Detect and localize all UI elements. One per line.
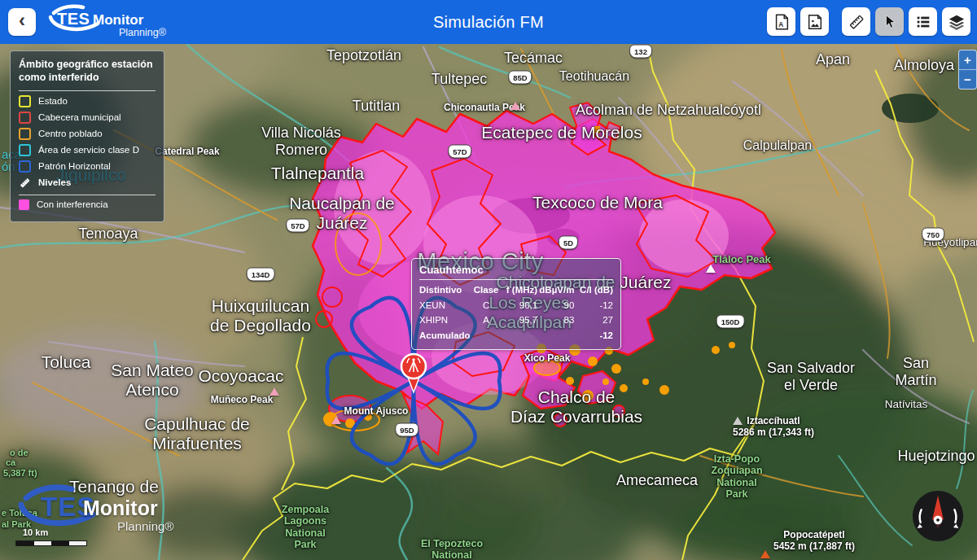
station-cell: 95,7 [501,313,537,328]
station-cell: XHIPN [419,313,471,328]
zoom-in-button[interactable]: + [959,50,976,70]
legend-swatch [19,128,31,140]
compass-icon [909,488,966,545]
legend-list-button[interactable] [909,7,937,36]
back-button[interactable]: ‹ [8,8,36,36]
legend-item: Centro poblado [19,128,156,140]
legend-item-label: Centro poblado [38,129,103,138]
legend-panel: Ámbito geográfico estación como interfer… [10,50,164,222]
popup-total-label: Acumulado [419,328,574,343]
brand-tes: TES [57,10,90,28]
legend-item-interference: Con interferencia [19,199,156,210]
legend-swatch [19,144,31,156]
compass-control[interactable] [909,488,966,545]
image-icon [806,13,824,31]
legend-item: Cabecera municipal [19,112,156,124]
legend-item-label: Estado [38,96,68,106]
popup-column-header: dBµV/m [537,282,574,298]
station-cell: C [471,298,501,313]
station-row: XEUNC96,190-12 [419,298,613,313]
station-cell: 83 [537,313,574,328]
zoom-out-button[interactable]: − [959,70,976,89]
pdf-icon: A [773,13,791,31]
legend-item-label: Cabecera municipal [38,112,121,122]
legend-swatch [19,160,31,173]
map-scale: 10 km [16,527,86,545]
ruler-icon [19,177,31,189]
layers-icon [948,13,966,31]
list-icon [914,13,932,31]
legend-item-label: Niveles [38,177,71,187]
svg-text:A: A [778,20,783,28]
export-image-button[interactable] [800,7,829,36]
popup-total-value: -12 [574,328,613,343]
station-table: DistintivoClasef (MHz)dBµV/mC/I (dB) XEU… [419,282,613,343]
station-info-popup: Cuauhtémoc DistintivoClasef (MHz)dBµV/mC… [411,258,621,350]
popup-column-header: C/I (dB) [574,282,613,298]
interference-swatch [19,199,29,210]
popup-column-header: f (MHz) [501,282,537,298]
layers-button[interactable] [942,7,970,36]
station-cell: 96,1 [501,298,537,313]
legend-title: Ámbito geográfico estación como interfer… [19,58,156,85]
cursor-icon [881,13,899,31]
measure-button[interactable] [842,7,870,36]
export-pdf-button[interactable]: A [767,7,795,36]
legend-item-label: Con interferencia [37,199,108,209]
zoom-control: + − [958,50,977,90]
ruler-icon [848,13,865,31]
legend-item: Estado [19,95,156,107]
popup-column-header: Distintivo [419,282,471,298]
scale-label: 10 km [23,527,86,537]
app-window: TepotzotlánTecámacApanAlmoloyaTultepecTe… [0,0,977,560]
legend-swatch [19,95,31,107]
top-bar: ‹ TES Monitor Planning® Simulación FM A [0,0,977,44]
popup-column-header: Clase [471,282,501,298]
legend-divider [19,90,156,91]
station-cell: 27 [574,313,613,328]
legend-item: Área de servicio clase D [19,144,156,156]
station-cell: -12 [574,298,613,313]
scale-bar [16,541,86,545]
legend-item: Niveles [19,177,156,189]
legend-divider [19,195,156,195]
brand-logo: TES Monitor Planning® [46,4,184,40]
pointer-tool-button[interactable] [875,7,904,36]
popup-title: Cuauhtémoc [419,264,613,280]
station-cell: 90 [537,298,574,313]
legend-item-label: Patrón Horizontal [38,161,111,171]
brand-planning: Planning® [119,27,166,38]
legend-swatch [19,112,31,124]
toolbar: A [767,7,970,36]
back-chevron-icon: ‹ [19,11,25,30]
legend-item: Patrón Horizontal [19,160,156,173]
legend-item-label: Área de servicio clase D [38,145,139,155]
station-row: XHIPNA95,78327 [419,313,613,328]
station-cell: XEUN [419,298,471,313]
station-cell: A [471,313,501,328]
brand-monitor: Monitor [93,12,143,28]
